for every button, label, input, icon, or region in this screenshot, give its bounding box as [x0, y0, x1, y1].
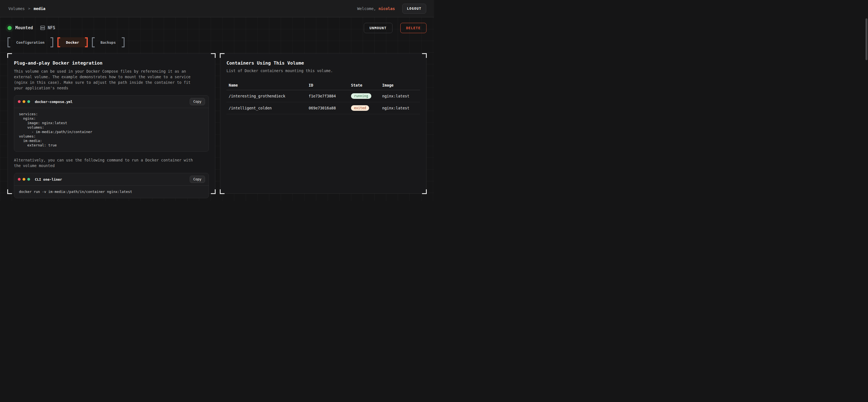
filesystem-type-label: NFS	[48, 25, 55, 30]
container-name: /intelligent_colden	[226, 103, 306, 113]
containers-panel-subtitle: List of Docker containers mounting this …	[226, 68, 420, 73]
compose-filename: docker-compose.yml	[35, 100, 72, 104]
copy-compose-button[interactable]: Copy	[190, 98, 205, 105]
mounted-status-dot-icon	[7, 26, 12, 30]
docker-integration-panel: Plug-and-play Docker integration This vo…	[7, 54, 215, 194]
table-header-row: Name ID State Image	[226, 80, 420, 90]
unmount-button[interactable]: UNMOUNT	[364, 23, 393, 33]
containers-table: Name ID State Image /interesting_grothen…	[226, 80, 420, 114]
column-header-id: ID	[306, 80, 349, 90]
tab-configuration[interactable]: Configuration	[7, 37, 53, 47]
container-image: nginx:latest	[380, 103, 420, 113]
breadcrumb: Volumes > media	[8, 6, 45, 11]
docker-panel-title: Plug-and-play Docker integration	[14, 60, 209, 66]
corner-bracket-icon	[220, 53, 224, 58]
server-icon	[40, 25, 45, 30]
traffic-lights-icon	[18, 178, 30, 181]
corner-bracket-icon	[211, 189, 216, 194]
bracket-left-icon	[7, 37, 10, 47]
tab-docker[interactable]: Docker	[57, 37, 88, 47]
corner-bracket-icon	[7, 53, 12, 58]
mount-status-label: Mounted	[15, 25, 33, 30]
tab-configuration-label: Configuration	[10, 37, 51, 47]
tab-backups[interactable]: Backups	[92, 37, 125, 47]
bracket-left-icon	[92, 37, 95, 47]
corner-bracket-icon	[220, 189, 224, 194]
cli-code-block: CLI one-liner Copy docker run -v im-medi…	[14, 173, 209, 198]
green-dot-icon	[27, 178, 30, 181]
column-header-name: Name	[226, 80, 306, 90]
breadcrumb-volumes-link[interactable]: Volumes	[8, 6, 25, 11]
corner-bracket-icon	[422, 53, 427, 58]
yellow-dot-icon	[23, 178, 25, 181]
chevron-right-icon: >	[28, 6, 30, 10]
container-id: f1e73e7f3884	[306, 91, 349, 101]
table-row: /intelligent_colden 069e73016a88 exited …	[226, 102, 420, 114]
cli-intro-text: Alternatively, you can use the following…	[14, 157, 198, 168]
tab-backups-label: Backups	[95, 37, 122, 47]
yellow-dot-icon	[23, 100, 25, 103]
cli-code: docker run -v im-media:/path/in/containe…	[14, 186, 209, 198]
corner-bracket-icon	[211, 53, 216, 58]
red-dot-icon	[18, 100, 21, 103]
bracket-left-icon	[57, 37, 60, 47]
username: nicolas	[378, 6, 395, 11]
breadcrumb-current-volume: media	[34, 6, 45, 11]
containers-panel-title: Containers Using This Volume	[226, 60, 420, 66]
corner-bracket-icon	[422, 189, 427, 194]
status-badge: exited	[351, 105, 369, 111]
welcome-text: Welcome,	[357, 6, 376, 11]
docker-panel-description: This volume can be used in your Docker C…	[14, 68, 198, 91]
table-row: /interesting_grothendieck f1e73e7f3884 r…	[226, 90, 420, 102]
top-header: Volumes > media Welcome, nicolas LOGOUT	[0, 0, 434, 17]
traffic-lights-icon	[18, 100, 30, 103]
green-dot-icon	[27, 100, 30, 103]
container-image: nginx:latest	[380, 91, 420, 101]
cli-block-title: CLI one-liner	[35, 177, 62, 181]
corner-bracket-icon	[7, 189, 12, 194]
status-bar: Mounted NFS UNMOUNT DELETE	[7, 17, 427, 33]
containers-panel: Containers Using This Volume List of Doc…	[220, 54, 427, 194]
red-dot-icon	[18, 178, 21, 181]
tab-bar: Configuration Docker Backups	[7, 37, 427, 47]
bracket-right-icon	[51, 37, 53, 47]
column-header-state: State	[349, 80, 380, 90]
bracket-right-icon	[85, 37, 88, 47]
main-content: Mounted NFS UNMOUNT DELETE Configuration	[0, 17, 434, 201]
container-name: /interesting_grothendieck	[226, 91, 306, 101]
container-id: 069e73016a88	[306, 103, 349, 113]
status-badge: running	[351, 93, 371, 99]
column-header-image: Image	[380, 80, 420, 90]
compose-code-block: docker-compose.yml Copy services: nginx:…	[14, 95, 209, 152]
compose-code: services: nginx: image: nginx:latest vol…	[14, 108, 209, 152]
logout-button[interactable]: LOGOUT	[402, 4, 426, 14]
delete-button[interactable]: DELETE	[400, 23, 427, 33]
copy-cli-button[interactable]: Copy	[190, 176, 205, 183]
bracket-right-icon	[122, 37, 125, 47]
tab-docker-label: Docker	[60, 37, 85, 47]
